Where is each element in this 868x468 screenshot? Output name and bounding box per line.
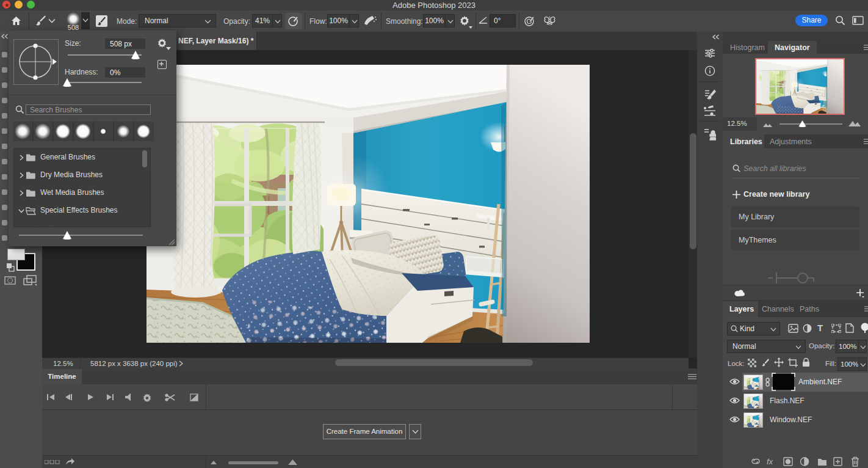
svg-text:fx: fx — [767, 457, 773, 466]
